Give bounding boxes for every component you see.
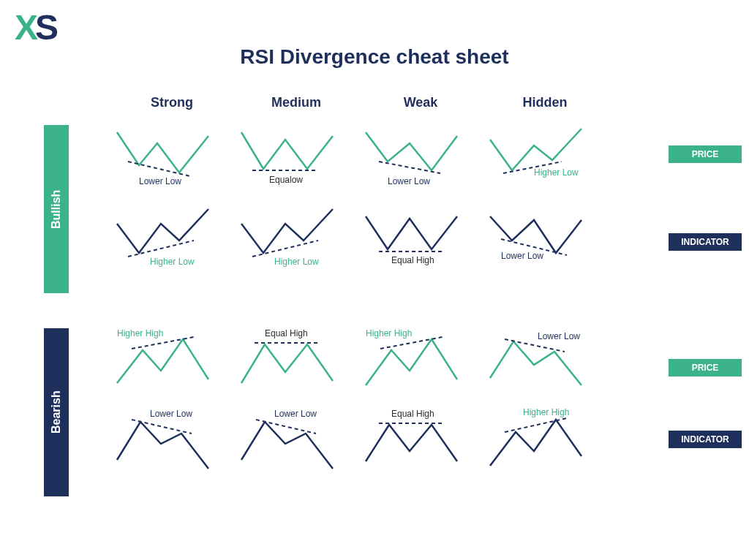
bearish-price-hidden: Lower Low: [483, 328, 607, 409]
logo: XS: [15, 7, 56, 48]
annot: Higher Low: [534, 167, 579, 178]
svg-line-5: [252, 241, 318, 257]
annot: Higher High: [523, 407, 569, 417]
annot: Lower Low: [388, 176, 430, 186]
bullish-indicator-weak: Equal High: [358, 205, 483, 286]
svg-line-13: [256, 420, 316, 434]
annot: Higher High: [117, 328, 163, 338]
annot: Equal High: [265, 328, 308, 338]
indicator-badge: INDICATOR: [669, 233, 742, 251]
bullish-price-row: Lower Low Equalow Lower Low Higher Low P…: [110, 125, 734, 205]
indicator-badge: INDICATOR: [669, 431, 742, 448]
annot: Higher High: [366, 328, 412, 338]
col-header-hidden: Hidden: [483, 95, 607, 110]
bearish-label: Bearish: [44, 328, 69, 496]
annot: Higher Low: [150, 257, 195, 267]
bullish-indicator-row: Higher Low Higher Low Equal High Lower L…: [110, 205, 734, 286]
annot: Lower Low: [274, 409, 317, 419]
annot: Equalow: [269, 175, 303, 185]
bearish-indicator-medium: Lower Low: [234, 409, 358, 489]
bullish-price-medium: Equalow: [234, 125, 358, 205]
price-badge: PRICE: [669, 145, 742, 163]
annot: Lower Low: [501, 251, 543, 261]
bearish-price-strong: Higher High: [110, 328, 234, 409]
bullish-price-strong: Lower Low: [110, 125, 234, 205]
annot: Lower Low: [538, 331, 580, 341]
bearish-price-medium: Equal High: [234, 328, 358, 409]
bullish-label: Bullish: [44, 125, 69, 293]
annot: Equal High: [391, 409, 434, 419]
svg-line-12: [132, 420, 192, 434]
bearish-price-weak: Higher High: [358, 328, 483, 409]
annot: Lower Low: [150, 409, 192, 419]
col-header-weak: Weak: [358, 95, 483, 110]
bearish-section: Bearish Higher High Equal High Higher Hi…: [44, 328, 734, 496]
price-badge: PRICE: [669, 359, 742, 377]
svg-line-4: [128, 241, 194, 257]
cheat-sheet-grid: Strong Medium Weak Hidden Bullish Lower …: [44, 95, 734, 496]
bearish-indicator-row: Lower Low Lower Low Equal High Higher Hi…: [110, 409, 734, 489]
annot: Lower Low: [139, 176, 181, 186]
bullish-section: Bullish Lower Low Equalow Lower Low: [44, 125, 734, 293]
page-title: RSI Divergence cheat sheet: [0, 0, 749, 69]
annot: Higher Low: [274, 257, 319, 267]
bullish-indicator-strong: Higher Low: [110, 205, 234, 286]
bullish-indicator-hidden: Lower Low: [483, 205, 607, 286]
bullish-indicator-medium: Higher Low: [234, 205, 358, 286]
annot: Equal High: [391, 255, 434, 265]
col-header-medium: Medium: [234, 95, 358, 110]
logo-s: S: [35, 8, 56, 47]
svg-line-2: [379, 162, 440, 173]
bearish-price-row: Higher High Equal High Higher High Lower…: [110, 328, 734, 409]
svg-line-0: [128, 162, 190, 176]
bullish-price-hidden: Higher Low: [483, 125, 607, 205]
logo-x: X: [15, 8, 35, 47]
column-headers: Strong Medium Weak Hidden: [110, 95, 734, 110]
svg-line-15: [505, 418, 567, 432]
bearish-indicator-weak: Equal High: [358, 409, 483, 489]
bearish-indicator-hidden: Higher High: [483, 409, 607, 489]
bullish-price-weak: Lower Low: [358, 125, 483, 205]
col-header-strong: Strong: [110, 95, 234, 110]
bearish-indicator-strong: Lower Low: [110, 409, 234, 489]
